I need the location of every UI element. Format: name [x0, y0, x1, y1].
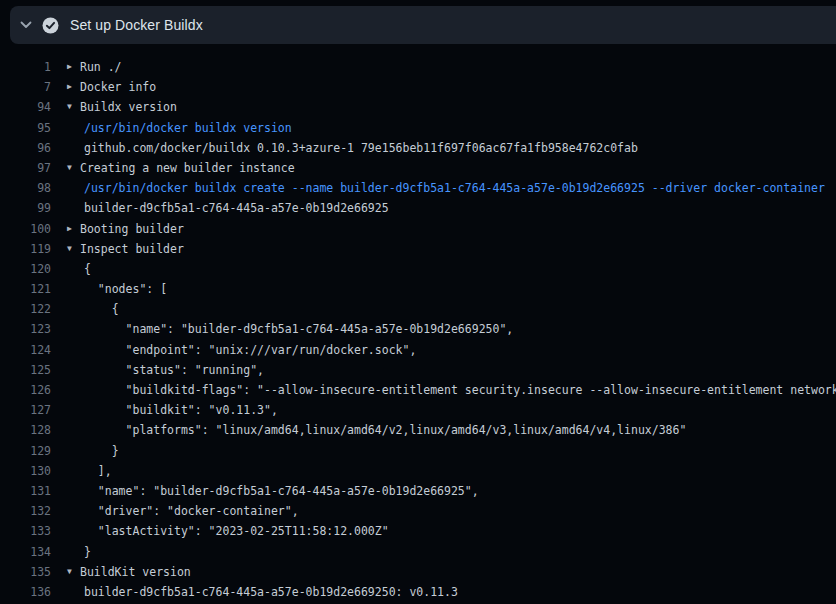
line-number[interactable]: 100	[0, 219, 51, 239]
line-number[interactable]: 120	[0, 259, 51, 279]
log-group-row[interactable]: 7▶Docker info	[0, 77, 836, 97]
log-text: builder-d9cfb5a1-c764-445a-a57e-0b19d2e6…	[84, 582, 458, 602]
chevron-down-icon[interactable]: ▼	[67, 562, 80, 582]
chevron-down-icon[interactable]	[19, 18, 33, 32]
log-text: }	[84, 441, 119, 461]
log-text: "name": "builder-d9cfb5a1-c764-445a-a57e…	[84, 481, 479, 501]
log-row: 124 "endpoint": "unix:///var/run/docker.…	[0, 340, 836, 360]
line-number[interactable]: 135	[0, 562, 51, 582]
log-row: 128 "platforms": "linux/amd64,linux/amd6…	[0, 420, 836, 440]
log-row: 125 "status": "running",	[0, 360, 836, 380]
log-text: "buildkit": "v0.11.3",	[84, 400, 278, 420]
line-number[interactable]: 122	[0, 299, 51, 319]
log-text: ],	[84, 461, 112, 481]
log-text: "platforms": "linux/amd64,linux/amd64/v2…	[84, 420, 686, 440]
log-text: "buildkitd-flags": "--allow-insecure-ent…	[84, 380, 836, 400]
line-number[interactable]: 131	[0, 481, 51, 501]
log-group-row[interactable]: 1▶Run ./	[0, 57, 836, 77]
log-output: 1▶Run ./7▶Docker info94▼Buildx version95…	[0, 50, 836, 604]
log-text: {	[84, 259, 91, 279]
line-number[interactable]: 121	[0, 279, 51, 299]
log-row: 131 "name": "builder-d9cfb5a1-c764-445a-…	[0, 481, 836, 501]
log-row: 98/usr/bin/docker buildx create --name b…	[0, 178, 836, 198]
line-number[interactable]: 124	[0, 340, 51, 360]
group-label: Run ./	[80, 57, 122, 77]
line-number[interactable]: 94	[0, 97, 51, 117]
step-title: Set up Docker Buildx	[70, 17, 203, 33]
command-text: /usr/bin/docker buildx create --name bui…	[84, 178, 825, 198]
log-text: "nodes": [	[84, 279, 167, 299]
line-number[interactable]: 1	[0, 57, 51, 77]
log-group-row[interactable]: 94▼Buildx version	[0, 97, 836, 117]
log-row: 123 "name": "builder-d9cfb5a1-c764-445a-…	[0, 319, 836, 339]
line-number[interactable]: 126	[0, 380, 51, 400]
line-number[interactable]: 97	[0, 158, 51, 178]
log-row: 120{	[0, 259, 836, 279]
step-header[interactable]: Set up Docker Buildx	[10, 6, 836, 44]
line-number[interactable]: 7	[0, 77, 51, 97]
line-number[interactable]: 132	[0, 501, 51, 521]
chevron-down-icon[interactable]: ▼	[67, 239, 80, 259]
log-row: 136builder-d9cfb5a1-c764-445a-a57e-0b19d…	[0, 582, 836, 602]
command-text: /usr/bin/docker buildx version	[84, 118, 292, 138]
log-row: 121 "nodes": [	[0, 279, 836, 299]
log-row: 130 ],	[0, 461, 836, 481]
log-text: "status": "running",	[84, 360, 264, 380]
log-text: "driver": "docker-container",	[84, 501, 299, 521]
line-number[interactable]: 133	[0, 521, 51, 541]
line-number[interactable]: 129	[0, 441, 51, 461]
line-number[interactable]: 125	[0, 360, 51, 380]
status-success-icon	[42, 17, 59, 34]
log-text: }	[84, 542, 91, 562]
group-label: BuildKit version	[80, 562, 191, 582]
log-group-row[interactable]: 119▼Inspect builder	[0, 239, 836, 259]
log-row: 122 {	[0, 299, 836, 319]
log-row: 133 "lastActivity": "2023-02-25T11:58:12…	[0, 521, 836, 541]
log-row: 127 "buildkit": "v0.11.3",	[0, 400, 836, 420]
group-label: Buildx version	[80, 97, 177, 117]
log-text: "endpoint": "unix:///var/run/docker.sock…	[84, 340, 416, 360]
line-number[interactable]: 128	[0, 420, 51, 440]
log-row: 95/usr/bin/docker buildx version	[0, 118, 836, 138]
line-number[interactable]: 119	[0, 239, 51, 259]
chevron-right-icon[interactable]: ▶	[67, 57, 80, 77]
line-number[interactable]: 99	[0, 198, 51, 218]
chevron-right-icon[interactable]: ▶	[67, 219, 80, 239]
log-text: builder-d9cfb5a1-c764-445a-a57e-0b19d2e6…	[84, 198, 389, 218]
log-text: {	[84, 299, 119, 319]
log-row: 129 }	[0, 441, 836, 461]
log-row: 99builder-d9cfb5a1-c764-445a-a57e-0b19d2…	[0, 198, 836, 218]
group-label: Creating a new builder instance	[80, 158, 295, 178]
line-number[interactable]: 96	[0, 138, 51, 158]
log-row: 132 "driver": "docker-container",	[0, 501, 836, 521]
log-group-row[interactable]: 97▼Creating a new builder instance	[0, 158, 836, 178]
line-number[interactable]: 127	[0, 400, 51, 420]
log-text: "name": "builder-d9cfb5a1-c764-445a-a57e…	[84, 319, 513, 339]
line-number[interactable]: 95	[0, 118, 51, 138]
log-row: 126 "buildkitd-flags": "--allow-insecure…	[0, 380, 836, 400]
log-text: "lastActivity": "2023-02-25T11:58:12.000…	[84, 521, 389, 541]
log-row: 96github.com/docker/buildx 0.10.3+azure-…	[0, 138, 836, 158]
log-text: github.com/docker/buildx 0.10.3+azure-1 …	[84, 138, 638, 158]
log-group-row[interactable]: 135▼BuildKit version	[0, 562, 836, 582]
group-label: Booting builder	[80, 219, 184, 239]
line-number[interactable]: 134	[0, 542, 51, 562]
group-label: Inspect builder	[80, 239, 184, 259]
line-number[interactable]: 130	[0, 461, 51, 481]
chevron-right-icon[interactable]: ▶	[67, 77, 80, 97]
line-number[interactable]: 123	[0, 319, 51, 339]
log-row: 134}	[0, 542, 836, 562]
group-label: Docker info	[80, 77, 156, 97]
log-group-row[interactable]: 100▶Booting builder	[0, 219, 836, 239]
chevron-down-icon[interactable]: ▼	[67, 158, 80, 178]
line-number[interactable]: 136	[0, 582, 51, 602]
chevron-down-icon[interactable]: ▼	[67, 97, 80, 117]
line-number[interactable]: 98	[0, 178, 51, 198]
